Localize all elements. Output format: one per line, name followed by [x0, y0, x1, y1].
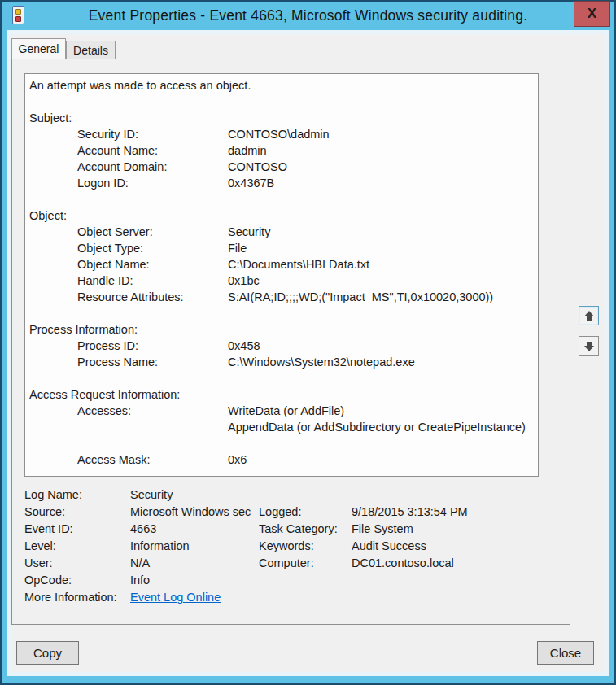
description-intro: An attempt was made to access an object.	[25, 79, 538, 95]
detail-row: Account Name: dadmin	[25, 144, 538, 160]
detail-row: Accesses: WriteData (or AddFile)	[25, 404, 538, 421]
section-header-access-request-information: Access Request Information:	[25, 388, 538, 404]
detail-row: Object Type: File	[25, 242, 538, 258]
footer-row: OpCode: Info	[0, 574, 616, 590]
footer-row: Log Name: Security	[0, 488, 616, 504]
event-properties-window: Event Properties - Event 4663, Microsoft…	[0, 0, 616, 685]
section-header-object: Object:	[25, 209, 538, 225]
close-icon[interactable]: X	[574, 1, 610, 27]
section-header-process-information: Process Information:	[25, 323, 538, 339]
titlebar: Event Properties - Event 4663, Microsoft…	[2, 2, 614, 30]
detail-row: Object Server: Security	[25, 225, 538, 242]
detail-row: Process ID: 0x458	[25, 339, 538, 356]
section-header-subject: Subject:	[25, 111, 538, 128]
tab-details[interactable]: Details	[66, 41, 116, 59]
tab-general[interactable]: General	[11, 38, 66, 59]
detail-row: Security ID: CONTOSO\dadmin	[25, 128, 538, 144]
detail-row: Access Mask: 0x6	[25, 453, 538, 469]
detail-row: Resource Attributes: S:AI(RA;ID;;;;WD;("…	[25, 290, 538, 307]
arrow-down-icon	[583, 341, 595, 351]
event-description-box[interactable]: An attempt was made to access an object.…	[24, 73, 539, 477]
footer-row: Event ID: 4663 Task Category: File Syste…	[0, 522, 616, 539]
detail-row: Logon ID: 0x4367B	[25, 177, 538, 193]
detail-row: Process Name: C:\Windows\System32\notepa…	[25, 356, 538, 372]
detail-row: Account Domain: CONTOSO	[25, 160, 538, 177]
detail-row: Handle ID: 0x1bc	[25, 274, 538, 290]
previous-event-button[interactable]	[579, 306, 599, 325]
detail-row: Object Name: C:\Documents\HBI Data.txt	[25, 258, 538, 274]
arrow-up-icon	[583, 311, 595, 321]
footer-row: User: N/A Computer: DC01.contoso.local	[0, 556, 616, 573]
source-value: Microsoft Windows sec	[130, 505, 254, 518]
footer-row: Source: Microsoft Windows sec Logged: 9/…	[0, 505, 616, 521]
copy-button[interactable]: Copy	[16, 641, 79, 665]
event-log-online-link[interactable]: Event Log Online	[130, 591, 221, 604]
next-event-button[interactable]	[579, 336, 599, 356]
detail-row: AppendData (or AddSubdirectory or Create…	[25, 421, 538, 437]
footer-row: Level: Information Keywords: Audit Succe…	[0, 539, 616, 556]
footer-row: More Information: Event Log Online	[0, 591, 616, 607]
window-title: Event Properties - Event 4663, Microsoft…	[2, 7, 614, 24]
close-button[interactable]: Close	[537, 641, 594, 665]
